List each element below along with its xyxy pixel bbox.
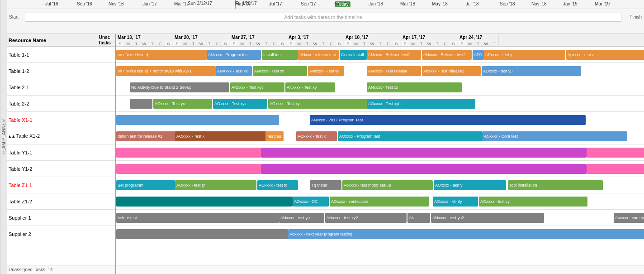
- task-bar-row1-1[interactable]: ANXxxx - Test xx: [216, 66, 252, 76]
- task-bar-row6-0[interactable]: [116, 148, 261, 158]
- task-bar-row0-8[interactable]: APxxxx - test y: [484, 50, 565, 60]
- task-bar-row2-3[interactable]: ANxxxx - Test xx: [367, 82, 462, 92]
- task-bar-row0-0[interactable]: on / Noise Issue): [116, 50, 207, 60]
- task-bar-row2-1[interactable]: ANxxxx - Test xyc: [230, 82, 284, 92]
- task-bar-row9-1[interactable]: AOxxxx - OC: [293, 197, 329, 207]
- task-bar-row5-3[interactable]: AOxxxx - Test x: [296, 131, 337, 141]
- task-bar-row6-2[interactable]: [587, 148, 644, 158]
- task-bar-row10-1[interactable]: ANxxxx - test yu: [279, 213, 324, 223]
- task-bar-row0-7[interactable]: AP0: [473, 50, 484, 60]
- resource-name-text: Table 2-1: [9, 85, 114, 90]
- gantt-row-9: AOxxxx - OCAOxxxx - verificationAOxxxx -…: [116, 193, 644, 210]
- task-bar-row9-0[interactable]: [116, 197, 293, 207]
- gantt-row-2: No Activity Due to Stand 2 Set-upANxxxx …: [116, 79, 644, 96]
- task-bar-row1-6[interactable]: AOxxxx - test yu: [482, 66, 581, 76]
- task-bar-row0-5[interactable]: ANxxxx - Release test2: [367, 50, 421, 60]
- resource-row-7: Table Y1-2: [7, 161, 115, 177]
- task-bar-row10-3[interactable]: AN -: [407, 213, 430, 223]
- task-bar-row8-1[interactable]: AOxxxx - test ty: [175, 180, 256, 190]
- start-label: Start: [9, 14, 19, 19]
- finish-label: Finish: [630, 14, 642, 19]
- task-bar-row3-3[interactable]: AOxxxx - Test xy: [268, 99, 377, 109]
- task-bar-row0-2[interactable]: Install tool: [262, 50, 298, 60]
- task-bar-row3-2[interactable]: AOxxxx - Test xyz: [213, 99, 267, 109]
- gantt-row-5: dation test for release #2AOxxxx - Test …: [116, 128, 644, 144]
- week-col-4: Apr 10, '17SMTWTFS: [344, 34, 401, 46]
- task-bar-row9-4[interactable]: AOxxxx - test zy: [479, 197, 587, 207]
- unassigned-row: Unassigned Tasks: 14: [7, 265, 115, 274]
- resource-name-text: Table Z1-1: [9, 183, 114, 188]
- gantt-row-11: Aoxxxx - next year program testingTR: [116, 226, 644, 242]
- task-bar-row5-2[interactable]: Tes pau: [265, 131, 284, 141]
- gantt-row-8: Set programmAOxxxx - test tyAOxxxx - tes…: [116, 177, 644, 193]
- task-bar-row7-2[interactable]: [587, 164, 644, 174]
- week-col-3: Apr 3, '17SMTWTFS: [287, 34, 344, 46]
- resource-row-2: Table 2-1: [7, 79, 115, 96]
- gantt-row-4: ANxxxx - 2017 Program Test: [116, 112, 644, 128]
- task-bar-row7-0[interactable]: [116, 164, 261, 174]
- task-bar-row2-2[interactable]: ANxxxx - Test xy: [285, 82, 335, 92]
- task-bar-row11-0[interactable]: [116, 229, 288, 239]
- task-bar-row10-5[interactable]: Anxxxx - core integration: [614, 213, 644, 223]
- resource-row-8: Table Z1-1: [7, 177, 115, 193]
- resource-row-1: Table 1-2: [7, 63, 115, 79]
- task-bar-row10-2[interactable]: ANxxxx - test xy2: [325, 213, 407, 223]
- task-bar-row5-5[interactable]: ANxxxx - Core test: [483, 131, 627, 141]
- gantt-unassigned: [116, 265, 644, 274]
- task-bar-row10-0[interactable]: before test: [116, 213, 279, 223]
- task-bar-row1-5[interactable]: Anxxxx - Test release2: [422, 66, 481, 76]
- task-bar-row7-1[interactable]: [261, 164, 587, 174]
- task-bar-row1-0[interactable]: on / Noise Issue) + motor swap with A2-1: [116, 66, 216, 76]
- task-bar-row5-1[interactable]: AOxxxx - Test x: [175, 131, 265, 141]
- task-bar-row5-4[interactable]: AOxxxx - Program test: [338, 131, 483, 141]
- timeline-bar-row: Start Add tasks with dates to the timeli…: [7, 9, 644, 25]
- week-col-1: Mar 20, '17SMTWTFS: [173, 34, 230, 46]
- task-bar-row8-3[interactable]: Tq Meter: [310, 180, 341, 190]
- resource-row-9: Table Z1-2: [7, 193, 115, 210]
- gantt-area: Mar 13, '17SMTWTFSMar 20, '17SMTWTFSMar …: [116, 34, 644, 274]
- task-bar-row0-3[interactable]: ANxxx - release test: [298, 50, 339, 60]
- week-col-5: Apr 17, '17SMTWTFS: [401, 34, 458, 46]
- task-bar-row2-0[interactable]: No Activity Due to Stand 2 Set-up: [130, 82, 229, 92]
- task-bar-row8-6[interactable]: Tool installation: [508, 180, 603, 190]
- task-bar-row8-5[interactable]: AOxxxx - test y: [434, 180, 506, 190]
- task-bar-row3-4[interactable]: AOxxxx - Test xyh: [367, 99, 475, 109]
- task-bar-row8-4[interactable]: Aoxxxx - test motor set-up: [342, 180, 433, 190]
- task-bar-row0-1[interactable]: ANxxxx - Program test: [207, 50, 261, 60]
- task-bar-row11-1[interactable]: Aoxxxx - next year program testing: [288, 229, 644, 239]
- timeline-content: Jul '16Sep '16Nov '16Jan '17Mar '17Sun 3…: [7, 0, 644, 34]
- task-bar-row0-4[interactable]: Gears Install: [340, 50, 367, 60]
- resource-name-text: Table 1-1: [9, 52, 114, 58]
- resource-row-4: Table X1-1: [7, 112, 115, 128]
- task-bar-row4-1[interactable]: ANxxxx - 2017 Program Test: [310, 115, 586, 125]
- resource-name-text: Table Y1-2: [9, 166, 114, 172]
- task-bar-row8-0[interactable]: Set programm: [116, 180, 175, 190]
- timeline-bar-bg: Add tasks with dates to the timeline: [25, 13, 621, 22]
- resource-rows: Table 1-1Table 1-2Table 2-1Table 2-2Tabl…: [7, 47, 115, 265]
- task-bar-row0-6[interactable]: ANxxxx - Release test2: [422, 50, 472, 60]
- gantt-row-6: [116, 144, 644, 161]
- week-col-0: Mar 13, '17SMTWTFS: [116, 34, 173, 46]
- task-bar-row1-2[interactable]: ANxxxx - Test xy: [253, 66, 307, 76]
- task-bar-row1-4[interactable]: ANxxxx - Test release: [367, 66, 421, 76]
- task-bar-row3-1[interactable]: AOxxxx - Test yx: [153, 99, 212, 109]
- resource-name-text: Table 2-2: [9, 101, 114, 106]
- resource-row-0: Table 1-1: [7, 47, 115, 63]
- task-bar-row9-2[interactable]: AOxxxx - verification: [330, 197, 429, 207]
- task-bar-row8-2[interactable]: AOxxxx - test tc: [257, 180, 298, 190]
- week-col-2: Mar 27, '17SMTWTFS: [230, 34, 287, 46]
- gantt-row-0: on / Noise Issue)ANxxxx - Program testIn…: [116, 47, 644, 63]
- task-bar-row1-3[interactable]: ANxxxx - Test yy: [308, 66, 344, 76]
- task-bar-row9-3[interactable]: AOxxxx - Verify: [433, 197, 478, 207]
- unsc-header: Unsc Tasks: [95, 35, 114, 46]
- gantt-row-3: AOxxxx - Test yxAOxxxx - Test xyzAOxxxx …: [116, 96, 644, 112]
- task-bar-row6-1[interactable]: [261, 148, 587, 158]
- task-bar-row4-0[interactable]: [116, 115, 279, 125]
- resource-row-11: Supplier 2: [7, 226, 115, 242]
- task-bar-row3-0[interactable]: [130, 99, 152, 109]
- resource-name-text: Table 1-2: [9, 68, 114, 74]
- team-planner-label: TEAM PLANNER: [0, 34, 7, 274]
- resource-name-header: Resource Name: [9, 38, 95, 43]
- task-bar-row10-4[interactable]: ANxxxx - test yu2: [431, 213, 544, 223]
- task-bar-row0-9[interactable]: Apxxxx - test z: [566, 50, 644, 60]
